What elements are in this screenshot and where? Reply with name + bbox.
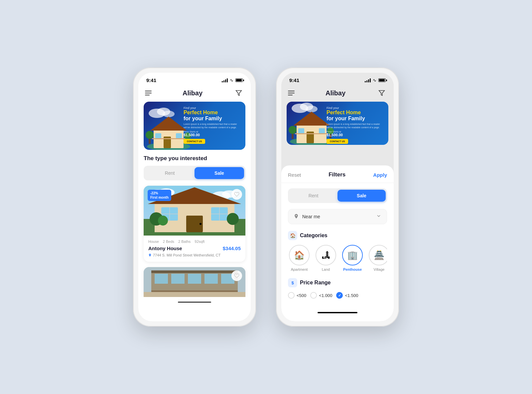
- card-name-1: Antony House: [148, 246, 182, 251]
- property-card-2[interactable]: [144, 267, 245, 297]
- banner-subtitle-1: Lorem ipsum is a long established fact t…: [184, 123, 240, 129]
- scroll-indicator-1: [178, 302, 211, 303]
- price-option-1000[interactable]: <1.000: [310, 292, 332, 299]
- svg-marker-51: [293, 112, 330, 126]
- near-me-dropdown[interactable]: Near me: [288, 209, 387, 224]
- banner-cta-1[interactable]: CONTACT US: [184, 139, 205, 144]
- category-village[interactable]: 🏯 Village: [368, 245, 387, 271]
- price-range-title: Price Range: [300, 280, 331, 286]
- category-apartment[interactable]: 🏠 Apartment: [288, 245, 311, 271]
- svg-rect-9: [176, 133, 182, 139]
- status-time-2: 9:41: [289, 77, 299, 83]
- svg-marker-45: [379, 91, 385, 96]
- phone-1: 9:41 ∿: [133, 67, 256, 327]
- sale-button-1[interactable]: Sale: [195, 167, 244, 179]
- svg-rect-44: [144, 292, 245, 297]
- filter-sale-button[interactable]: Sale: [337, 190, 386, 202]
- svg-point-3: [163, 111, 175, 117]
- banner-price-label-2: Price Starts at: [327, 131, 383, 133]
- svg-rect-41: [204, 274, 218, 284]
- app-title-1: Alibay: [183, 89, 202, 97]
- menu-button-1[interactable]: [145, 91, 152, 95]
- filter-reset-button[interactable]: Reset: [288, 172, 301, 178]
- svg-point-25: [200, 223, 201, 225]
- banner-title-yellow-2: Perfect Home: [327, 110, 383, 116]
- svg-rect-55: [295, 133, 328, 134]
- category-name-apartment: Apartment: [291, 267, 308, 271]
- banner-content-2: Find your Perfect Home for your Family L…: [327, 106, 383, 144]
- price-option-500[interactable]: <500: [288, 292, 306, 299]
- price-radio-1500[interactable]: [336, 292, 343, 299]
- rent-sale-toggle-1: Rent Sale: [144, 166, 245, 180]
- card-beds-1: 2 Beds: [163, 240, 174, 244]
- svg-rect-53: [298, 128, 304, 134]
- category-name-penthouse: Penthouse: [343, 267, 362, 271]
- near-me-left: Near me: [294, 214, 320, 220]
- svg-rect-12: [149, 139, 151, 144]
- price-label-1000: <1.000: [319, 293, 332, 298]
- status-time-1: 9:41: [146, 77, 156, 83]
- status-bar-1: 9:41 ∿: [138, 73, 251, 86]
- category-land[interactable]: 🏞 Land: [315, 245, 337, 271]
- banner-price-1: $1,500.00: [184, 133, 240, 137]
- filter-rent-button[interactable]: Rent: [289, 190, 337, 202]
- price-label-500: <500: [297, 293, 306, 298]
- banner-title-white-1: for your Family: [184, 116, 240, 122]
- price-label-1500: <1.500: [345, 293, 358, 298]
- categories-header: 🏠 Categories: [288, 231, 387, 240]
- status-icons-2: ∿: [365, 78, 386, 83]
- banner-price-label-1: Price Starts at: [184, 131, 240, 133]
- categories-icon: 🏠: [288, 231, 297, 240]
- svg-point-48: [306, 106, 318, 112]
- banner-content-1: Find your Perfect Home for your Family L…: [184, 106, 240, 144]
- property-card-1[interactable]: -22% First month: [144, 186, 245, 262]
- categories-row: 🏠 Apartment 🏞 Land 🏢 Penthouse: [288, 245, 387, 271]
- app-header-1: Alibay: [138, 86, 251, 102]
- svg-point-11: [146, 131, 154, 139]
- category-penthouse[interactable]: 🏢 Penthouse: [341, 245, 364, 271]
- price-radio-1000[interactable]: [310, 292, 317, 299]
- card-type-1: House: [148, 240, 159, 244]
- card-price-1: $344.05: [223, 246, 241, 251]
- card-image-2: [144, 267, 245, 297]
- svg-rect-10: [152, 138, 185, 139]
- svg-marker-6: [150, 117, 187, 131]
- card-badge-1: -22% First month: [148, 190, 171, 201]
- rent-button-1[interactable]: Rent: [145, 167, 195, 179]
- svg-point-34: [158, 216, 168, 226]
- price-options: <500 <1.000 <1.500: [288, 292, 387, 299]
- banner-find-2: Find your: [327, 106, 383, 110]
- card-favorite-2[interactable]: [231, 270, 242, 281]
- category-circle-village: 🏯: [369, 245, 387, 265]
- card-meta-1: House 2 Beds 2 Baths 92sqft: [148, 240, 241, 244]
- card-info-1: House 2 Beds 2 Baths 92sqft Antony House…: [144, 236, 245, 262]
- filter-header: Reset Filters Apply: [281, 165, 394, 183]
- signal-icon-2: [365, 78, 371, 82]
- svg-rect-54: [319, 128, 325, 134]
- price-range-header: $ Price Range: [288, 278, 387, 287]
- menu-button-2[interactable]: [288, 91, 295, 95]
- banner-1: Find your Perfect Home for your Family L…: [144, 102, 245, 150]
- filter-button-1[interactable]: [233, 88, 244, 98]
- wifi-icon-1: ∿: [230, 78, 233, 83]
- banner-find-1: Find your: [184, 106, 240, 110]
- filter-apply-button[interactable]: Apply: [373, 172, 387, 178]
- battery-icon-1: [235, 78, 243, 82]
- card-address-text-1: 7744 S. Mill Pond Street Wethersfield, C…: [153, 253, 220, 257]
- filter-button-2[interactable]: [376, 88, 387, 98]
- card-favorite-1[interactable]: [231, 189, 242, 200]
- status-bar-2: 9:41 ∿: [281, 73, 394, 86]
- category-circle-penthouse: 🏢: [342, 245, 363, 265]
- card-sqft-1: 92sqft: [195, 240, 204, 244]
- price-option-1500[interactable]: <1.500: [336, 292, 358, 299]
- price-radio-500[interactable]: [288, 292, 295, 299]
- category-circle-apartment: 🏠: [289, 245, 310, 265]
- category-circle-land: 🏞: [316, 245, 336, 265]
- phone-2: 9:41 ∿: [276, 67, 399, 327]
- categories-section: 🏠 Categories 🏠 Apartment 🏞 Land: [288, 231, 387, 271]
- category-name-village: Village: [374, 267, 385, 271]
- banner-cta-2[interactable]: CONTACT US: [327, 139, 348, 144]
- near-me-label: Near me: [302, 214, 320, 219]
- card-baths-1: 2 Baths: [178, 240, 191, 244]
- card-name-row-1: Antony House $344.05: [148, 246, 241, 251]
